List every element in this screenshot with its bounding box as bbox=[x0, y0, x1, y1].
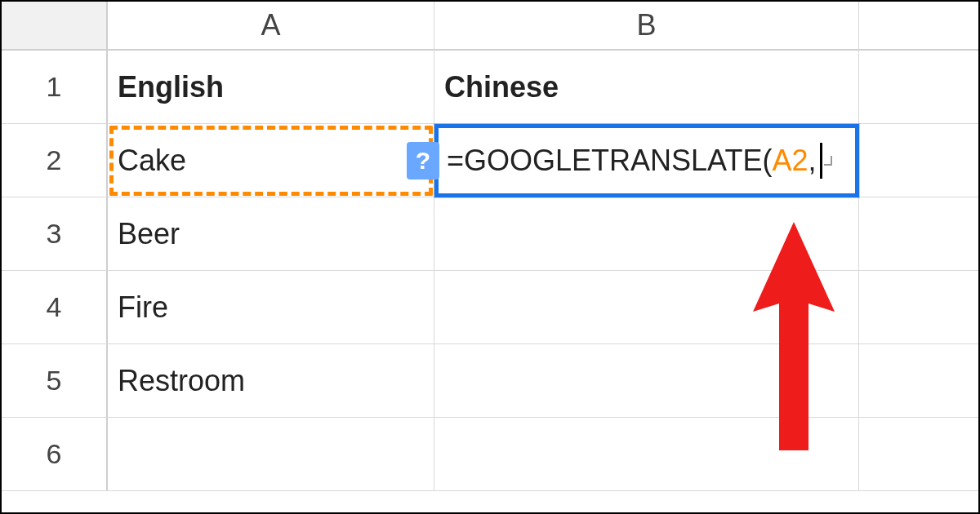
cell-B4[interactable] bbox=[434, 271, 859, 344]
row-header-1[interactable]: 1 bbox=[2, 51, 108, 124]
cell-B5[interactable] bbox=[434, 344, 859, 418]
row-header-4[interactable]: 4 bbox=[2, 271, 108, 344]
row-header-2[interactable]: 2 bbox=[2, 124, 108, 197]
cell-A4[interactable]: Fire bbox=[108, 271, 434, 344]
cell-C3[interactable] bbox=[859, 197, 980, 271]
row-header-3[interactable]: 3 bbox=[2, 197, 108, 271]
column-header-B[interactable]: B bbox=[434, 2, 859, 51]
spreadsheet-grid: A B 1 English Chinese 2 Cake 3 Beer 4 Fi… bbox=[2, 2, 978, 512]
cell-B2-underlay bbox=[434, 124, 859, 197]
cell-A2[interactable]: Cake bbox=[108, 124, 434, 197]
cell-A3[interactable]: Beer bbox=[108, 197, 434, 271]
row-header-6[interactable]: 6 bbox=[2, 418, 108, 491]
column-header-C[interactable] bbox=[859, 2, 980, 51]
column-header-A[interactable]: A bbox=[108, 2, 434, 51]
cell-C4[interactable] bbox=[859, 271, 980, 344]
cell-B1[interactable]: Chinese bbox=[434, 51, 859, 124]
select-all-corner[interactable] bbox=[2, 2, 108, 51]
row-header-5[interactable]: 5 bbox=[2, 344, 108, 418]
cell-B3[interactable] bbox=[434, 197, 859, 271]
cell-A6[interactable] bbox=[108, 418, 434, 491]
cell-C5[interactable] bbox=[859, 344, 980, 418]
cell-C6[interactable] bbox=[859, 418, 980, 491]
cell-C2[interactable] bbox=[859, 124, 980, 197]
cell-A1[interactable]: English bbox=[108, 51, 434, 124]
cell-C1[interactable] bbox=[859, 51, 980, 124]
cell-A5[interactable]: Restroom bbox=[108, 344, 434, 418]
cell-B6[interactable] bbox=[434, 418, 859, 491]
